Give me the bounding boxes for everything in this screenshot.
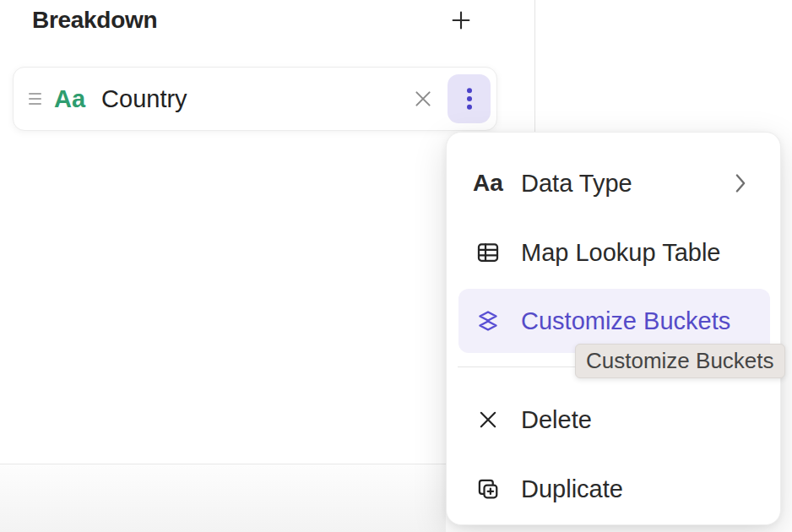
plus-icon <box>448 8 474 33</box>
menu-item-label: Map Lookup Table <box>521 241 720 265</box>
menu-item-delete[interactable]: Delete <box>458 388 770 452</box>
field-options-button[interactable] <box>448 74 491 123</box>
close-icon <box>411 87 435 111</box>
menu-item-label: Delete <box>521 408 592 432</box>
menu-item-label: Duplicate <box>521 477 623 502</box>
menu-item-label: Customize Buckets <box>521 309 730 334</box>
breakdown-field-card: Aa Country <box>13 67 497 131</box>
menu-item-data-type[interactable]: Aa Data Type <box>458 151 770 215</box>
aa-text-icon: Aa <box>475 171 501 196</box>
data-type-text-icon: Aa <box>54 87 85 111</box>
copy-plus-icon <box>475 476 501 502</box>
menu-item-map-lookup-table[interactable]: Map Lookup Table <box>458 220 770 285</box>
customize-buckets-tooltip: Customize Buckets <box>575 344 785 378</box>
kebab-menu-icon <box>458 86 480 111</box>
stack-layers-icon <box>475 308 501 334</box>
menu-item-label: Data Type <box>521 171 632 196</box>
panel-divider <box>534 0 535 133</box>
field-options-menu: Aa Data Type Map Lookup Table <box>446 132 781 525</box>
chevron-right-icon <box>733 172 748 194</box>
menu-item-duplicate[interactable]: Duplicate <box>458 457 770 521</box>
breakdown-panel: Breakdown Aa Country <box>0 0 792 532</box>
page-title: Breakdown <box>32 7 157 34</box>
remove-field-button[interactable] <box>409 84 437 113</box>
footer-area <box>0 464 446 532</box>
field-name-label: Country <box>101 87 187 111</box>
table-icon <box>475 240 501 265</box>
x-icon <box>475 407 501 432</box>
drag-handle-icon[interactable] <box>29 90 43 107</box>
add-breakdown-button[interactable] <box>447 6 475 35</box>
